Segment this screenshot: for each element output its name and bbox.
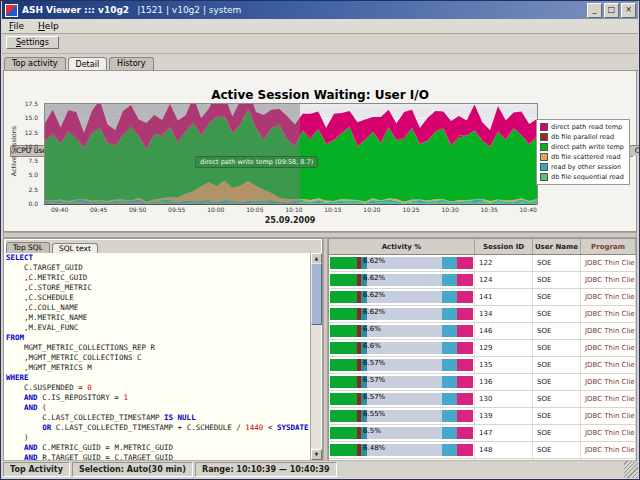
user-name-cell: SOE: [533, 306, 581, 322]
session-id-cell: 139: [475, 408, 533, 424]
sql-line: AND C.IS_REPOSITORY = 1: [6, 393, 311, 403]
table-row[interactable]: 6.57%130SOEJDBC Thin Client: [329, 391, 636, 408]
maximize-button[interactable]: □: [604, 3, 619, 18]
sql-scrollbar[interactable]: ▲ ▼: [310, 253, 321, 460]
table-row[interactable]: 6.57%136SOEJDBC Thin Client: [329, 374, 636, 391]
minimize-button[interactable]: _: [587, 3, 602, 18]
activity-bar: [330, 308, 473, 320]
sql-line: ,MGMT_METRIC_COLLECTIONS C: [6, 353, 311, 363]
bar-segment: [457, 359, 473, 371]
legend-item-db-file-sequential-read: db file sequential read: [540, 172, 626, 182]
table-row[interactable]: 6.6%129SOEJDBC Thin Client: [329, 340, 636, 357]
settings-button[interactable]: Settings: [6, 36, 59, 49]
table-row[interactable]: 6.57%135SOEJDBC Thin Client: [329, 357, 636, 374]
legend-label: db file sequential read: [551, 173, 624, 181]
sql-line: AND (: [6, 403, 311, 413]
x-tick-label: 09:45: [90, 206, 107, 213]
detail-panel: CPU usedSchedulerUser I/OSystem I/OConcu…: [3, 70, 637, 232]
program-cell: JDBC Thin Client: [581, 255, 636, 271]
activity-cell: 6.62%: [329, 272, 475, 288]
sql-line: AND R.TARGET_GUID = C.TARGET_GUID: [6, 453, 311, 460]
scroll-down-icon[interactable]: ▼: [311, 449, 322, 460]
app-window: ASH Viewer ::: v10g2 |1521 | v10g2 | sys…: [0, 0, 640, 480]
legend-label: db file parallel read: [551, 133, 614, 141]
legend-item-db-file-parallel-read: db file parallel read: [540, 132, 626, 142]
chart-plot[interactable]: direct path write temp (09:58, 8.7): [44, 103, 538, 205]
x-tick-label: 10:25: [402, 206, 419, 213]
tab-top-activity[interactable]: Top activity: [4, 57, 66, 70]
x-tick-label: 09:50: [129, 206, 146, 213]
activity-cell: 6.62%: [329, 306, 475, 322]
program-cell: JDBC Thin Client: [581, 323, 636, 339]
x-tick-label: 10:00: [207, 206, 224, 213]
y-tick-label: 12.5: [25, 129, 38, 136]
title-bar[interactable]: ASH Viewer ::: v10g2 |1521 | v10g2 | sys…: [2, 1, 638, 19]
table-row[interactable]: 6.55%139SOEJDBC Thin Client: [329, 408, 636, 425]
activity-value: 6.62%: [363, 291, 385, 299]
bar-segment: [457, 376, 473, 388]
status-view-label: Top Activity: [3, 462, 70, 477]
menu-help[interactable]: Help: [31, 21, 66, 31]
legend-swatch: [540, 153, 548, 161]
resize-grip[interactable]: [624, 461, 638, 478]
sql-tab-top-sql[interactable]: Top SQL: [6, 242, 50, 253]
status-selection: Selection: Auto(30 min): [72, 462, 193, 477]
column-header-session-id[interactable]: Session ID: [475, 239, 533, 254]
table-row[interactable]: 6.6%146SOEJDBC Thin Client: [329, 323, 636, 340]
bar-segment: [330, 308, 357, 320]
activity-value: 6.5%: [363, 427, 381, 435]
bar-segment: [442, 376, 458, 388]
bar-segment: [457, 410, 473, 422]
activity-bar: [330, 393, 473, 405]
menu-file[interactable]: File: [2, 21, 31, 31]
activity-value: 6.62%: [363, 274, 385, 282]
bar-segment: [442, 274, 458, 286]
table-row[interactable]: 6.48%148SOEJDBC Thin Client: [329, 442, 636, 459]
sql-line: ,C.COLL_NAME: [6, 303, 311, 313]
y-tick-label: 15.0: [25, 114, 38, 121]
selection-dim-overlay[interactable]: [45, 104, 300, 204]
legend-swatch: [540, 163, 548, 171]
column-header-program[interactable]: Program: [581, 239, 636, 254]
legend-swatch: [540, 143, 548, 151]
chart-date-label: 25.09.2009: [44, 216, 536, 225]
column-header-user-name[interactable]: User Name: [533, 239, 581, 254]
user-name-cell: SOE: [533, 391, 581, 407]
program-cell: JDBC Thin Client: [581, 391, 636, 407]
table-row[interactable]: 6.62%122SOEJDBC Thin Client: [329, 255, 636, 272]
sql-tab-row: Top SQLSQL text: [6, 240, 321, 254]
bar-segment: [442, 325, 458, 337]
sql-text-view[interactable]: SELECT C.TARGET_GUID ,C.METRIC_GUID ,C.S…: [6, 253, 311, 460]
bar-segment: [457, 274, 473, 286]
legend-swatch: [540, 133, 548, 141]
legend-item-direct-path-write-temp: direct path write temp: [540, 142, 626, 152]
tab-detail[interactable]: Detail: [68, 57, 108, 71]
chart-title: Active Session Waiting: User I/O: [4, 88, 636, 102]
activity-value: 6.48%: [363, 444, 385, 452]
chart-tooltip: direct path write temp (09:58, 8.7): [195, 156, 318, 168]
table-row[interactable]: 6.62%141SOEJDBC Thin Client: [329, 289, 636, 306]
activity-bar: [330, 291, 473, 303]
legend-label: db file scattered read: [551, 153, 621, 161]
legend-swatch: [540, 173, 548, 181]
window-title: ASH Viewer ::: v10g2: [22, 5, 129, 15]
x-tick-label: 10:30: [441, 206, 458, 213]
scroll-thumb[interactable]: [311, 263, 322, 325]
bar-segment: [442, 427, 458, 439]
table-row[interactable]: 6.62%134SOEJDBC Thin Client: [329, 306, 636, 323]
x-tick-label: 10:35: [480, 206, 497, 213]
legend-item-read-by-other-session: read by other session: [540, 162, 626, 172]
bar-segment: [457, 291, 473, 303]
bar-segment: [330, 342, 357, 354]
status-range: Range: 10:10:39 — 10:40:39: [195, 462, 337, 477]
column-header-activity[interactable]: Activity %: [329, 239, 475, 254]
session-id-cell: 148: [475, 442, 533, 458]
legend-label: read by other session: [551, 163, 621, 171]
sql-line: C.TARGET_GUID: [6, 263, 311, 273]
table-row[interactable]: 6.62%124SOEJDBC Thin Client: [329, 272, 636, 289]
close-button[interactable]: ×: [621, 3, 636, 18]
tab-history[interactable]: History: [109, 57, 153, 70]
app-icon: [5, 4, 18, 17]
user-name-cell: SOE: [533, 272, 581, 288]
table-row[interactable]: 6.5%147SOEJDBC Thin Client: [329, 425, 636, 442]
